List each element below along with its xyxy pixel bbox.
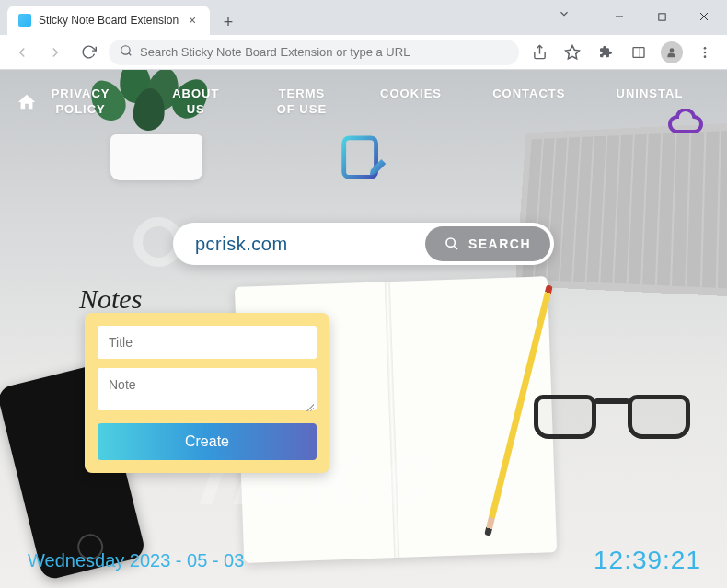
tab-favicon: [18, 14, 31, 27]
menu-icon[interactable]: [692, 40, 718, 65]
browser-toolbar: Search Sticky Note Board Extension or ty…: [0, 35, 727, 70]
nav-cookies[interactable]: COOKIES: [380, 86, 442, 118]
tab-close-icon[interactable]: ×: [186, 14, 199, 27]
svg-line-19: [454, 246, 457, 249]
page-content: risk.c PRIVACY POLICY ABOUT US TERMS OF …: [0, 70, 727, 588]
search-icon: [120, 44, 133, 60]
sidepanel-icon[interactable]: [626, 40, 652, 65]
search-button[interactable]: SEARCH: [425, 226, 550, 261]
nav-about-us[interactable]: ABOUT US: [168, 86, 224, 118]
svg-point-12: [704, 51, 707, 53]
nav-contacts[interactable]: CONTACTS: [492, 86, 565, 118]
profile-avatar[interactable]: [659, 40, 685, 65]
browser-titlebar: Sticky Note Board Extension × +: [0, 0, 727, 35]
window-controls: [600, 4, 723, 29]
nav-terms-of-use[interactable]: TERMS OF USE: [274, 86, 329, 118]
forward-button[interactable]: [42, 40, 68, 65]
notes-card: Create: [85, 313, 329, 473]
svg-rect-1: [658, 13, 664, 19]
svg-line-5: [129, 53, 132, 56]
tab-dropdown-icon[interactable]: [558, 7, 571, 24]
svg-point-11: [704, 47, 707, 50]
bg-laptop: [515, 121, 727, 298]
note-body-textarea[interactable]: [98, 368, 317, 410]
new-tab-button[interactable]: +: [215, 9, 241, 35]
bg-glasses: [534, 395, 690, 450]
extensions-icon[interactable]: [593, 40, 618, 65]
browser-tab[interactable]: Sticky Note Board Extension ×: [7, 6, 210, 35]
svg-point-10: [670, 48, 675, 52]
notes-heading: Notes: [79, 283, 142, 315]
bookmark-star-icon[interactable]: [560, 40, 585, 65]
svg-rect-8: [633, 47, 644, 57]
top-nav: PRIVACY POLICY ABOUT US TERMS OF USE COO…: [0, 86, 727, 118]
reload-button[interactable]: [75, 40, 101, 65]
address-text: Search Sticky Note Board Extension or ty…: [140, 45, 508, 59]
cloud-logo-icon: [664, 109, 703, 136]
note-title-input[interactable]: [98, 326, 317, 359]
search-bar: pcrisk.com SEARCH: [173, 223, 554, 265]
address-bar[interactable]: Search Sticky Note Board Extension or ty…: [109, 40, 519, 65]
back-button[interactable]: [9, 40, 35, 65]
footer-date: Wednesday 2023 - 05 - 03: [28, 550, 244, 571]
search-button-label: SEARCH: [468, 236, 531, 251]
nav-privacy-policy[interactable]: PRIVACY POLICY: [44, 86, 118, 118]
minimize-button[interactable]: [600, 4, 639, 29]
maximize-button[interactable]: [642, 4, 681, 29]
svg-marker-7: [566, 45, 580, 58]
note-document-icon: [335, 133, 392, 193]
share-icon[interactable]: [526, 40, 552, 65]
tab-title: Sticky Note Board Extension: [39, 14, 179, 27]
search-icon: [444, 236, 459, 251]
svg-point-4: [121, 46, 130, 54]
search-input[interactable]: pcrisk.com: [195, 234, 425, 255]
svg-point-18: [446, 238, 455, 247]
footer-time: 12:39:21: [594, 546, 701, 575]
svg-point-13: [704, 55, 707, 58]
close-window-button[interactable]: [685, 4, 723, 29]
create-button[interactable]: Create: [98, 423, 317, 460]
